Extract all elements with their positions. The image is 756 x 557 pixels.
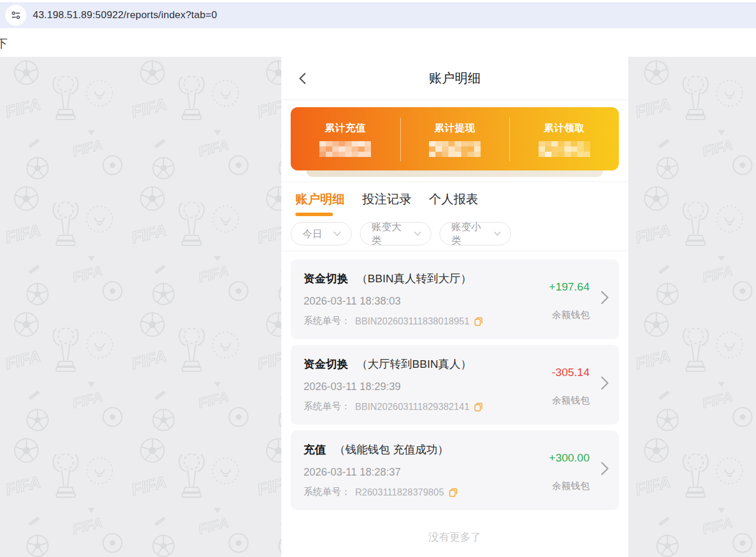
transaction-list: 资金切换 （BBIN真人转到大厅） 2026-03-11 18:38:03 系统…: [281, 251, 628, 516]
tune-icon: [11, 10, 21, 20]
order-number: BBIN202603111829382141: [355, 402, 469, 412]
filter-label: 账变大类: [372, 220, 407, 247]
transaction-type: 资金切换: [304, 272, 348, 285]
order-label: 系统单号：: [304, 486, 350, 498]
chevron-down-icon: [333, 231, 342, 237]
filter-label: 今日: [302, 227, 322, 241]
copy-icon[interactable]: [474, 402, 483, 412]
url-text[interactable]: 43.198.51.89:50922/reports/index?tab=0: [33, 9, 217, 21]
transaction-datetime: 2026-03-11 18:29:39: [304, 381, 531, 393]
stat-label: 累计提现: [434, 121, 475, 135]
back-button[interactable]: [294, 70, 312, 87]
stat-label: 累计领取: [544, 121, 585, 135]
page-background: FIFA FIFA: [0, 57, 756, 557]
tabs-section: 账户明细 投注记录 个人报表: [281, 182, 628, 216]
transaction-title-row: 资金切换 （BBIN真人转到大厅）: [304, 271, 531, 286]
chevron-right-icon: [600, 375, 609, 391]
masked-value: [429, 141, 481, 157]
site-settings-button[interactable]: [5, 5, 26, 26]
stat-label: 累计充值: [325, 121, 366, 135]
transaction-subtitle: （钱能钱包 充值成功）: [334, 443, 448, 456]
transaction-title-row: 资金切换 （大厅转到BBIN真人）: [304, 357, 531, 372]
transaction-amount: +300.00: [549, 452, 590, 464]
transaction-type: 资金切换: [304, 358, 348, 370]
panel-header: 账户明细: [281, 57, 628, 100]
tab-account-detail[interactable]: 账户明细: [295, 191, 345, 207]
transaction-datetime: 2026-03-11 18:28:37: [304, 466, 531, 479]
page-title: 账户明细: [429, 70, 481, 87]
chevron-down-icon: [493, 231, 501, 237]
transaction-row[interactable]: 资金切换 （BBIN真人转到大厅） 2026-03-11 18:38:03 系统…: [291, 259, 619, 339]
transaction-subtitle: （BBIN真人转到大厅）: [356, 272, 471, 285]
wallet-type: 余额钱包: [552, 480, 590, 493]
stat-total-deposit: 累计充值: [291, 107, 400, 170]
transaction-order-row: 系统单号： BBIN202603111829382141: [304, 401, 531, 413]
browser-address-bar[interactable]: 43.198.51.89:50922/reports/index?tab=0: [0, 2, 756, 28]
stats-section: 累计充值 累计提现 累计领取: [281, 100, 628, 182]
clipped-page-text: 下: [0, 36, 8, 52]
transaction-row[interactable]: 资金切换 （大厅转到BBIN真人） 2026-03-11 18:29:39 系统…: [291, 345, 619, 425]
tab-bet-records[interactable]: 投注记录: [362, 191, 411, 207]
transaction-order-row: 系统单号： BBIN202603111838018951: [304, 315, 531, 327]
card-stack-shadow: [307, 170, 603, 177]
stat-total-withdraw: 累计提现: [400, 107, 510, 170]
masked-value: [539, 141, 590, 157]
transaction-order-row: 系统单号： R2603111828379805: [304, 486, 531, 498]
filter-label: 账变小类: [451, 220, 486, 247]
screen: 43.198.51.89:50922/reports/index?tab=0 下: [0, 0, 756, 557]
stat-total-claim: 累计领取: [509, 107, 619, 170]
chevron-right-icon: [600, 461, 609, 476]
masked-value: [319, 141, 371, 157]
transaction-amount: +197.64: [549, 281, 590, 293]
no-more-text: 没有更多了: [281, 516, 628, 557]
order-label: 系统单号：: [304, 401, 350, 413]
filter-date[interactable]: 今日: [291, 222, 352, 245]
tab-personal-report[interactable]: 个人报表: [429, 191, 478, 207]
copy-icon[interactable]: [449, 488, 458, 497]
back-chevron-icon: [297, 71, 309, 86]
filter-major-category[interactable]: 账变大类: [360, 222, 431, 245]
transaction-title-row: 充值 （钱能钱包 充值成功）: [304, 442, 531, 457]
order-label: 系统单号：: [304, 315, 350, 327]
transaction-type: 充值: [304, 443, 326, 456]
filter-bar: 今日 账变大类 账变小类: [281, 216, 628, 251]
copy-icon[interactable]: [474, 317, 483, 326]
wallet-type: 余额钱包: [552, 395, 590, 407]
chevron-right-icon: [600, 290, 609, 305]
transaction-subtitle: （大厅转到BBIN真人）: [356, 358, 471, 370]
chevron-down-icon: [414, 231, 421, 237]
transaction-datetime: 2026-03-11 18:38:03: [304, 295, 531, 307]
transaction-amount: -305.14: [552, 366, 590, 379]
account-detail-panel: 账户明细 累计充值 累计提现 累计领取: [281, 57, 628, 557]
wallet-type: 余额钱包: [552, 309, 590, 322]
order-number: BBIN202603111838018951: [355, 316, 469, 327]
order-number: R2603111828379805: [355, 487, 444, 498]
filter-minor-category[interactable]: 账变小类: [440, 222, 511, 245]
transaction-row[interactable]: 充值 （钱能钱包 充值成功） 2026-03-11 18:28:37 系统单号：…: [291, 430, 619, 510]
totals-card: 累计充值 累计提现 累计领取: [291, 107, 619, 170]
